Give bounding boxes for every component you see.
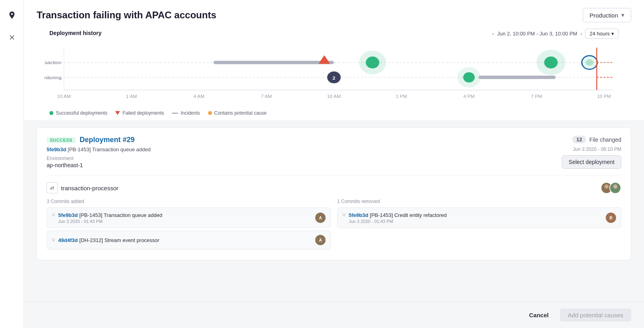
sidebar xyxy=(0,0,24,328)
svg-rect-16 xyxy=(214,61,334,64)
deployment-commit-message: [PB-1453] Transaction queue added xyxy=(68,146,151,152)
main-content: Transaction failing with APAC accounts P… xyxy=(24,0,644,328)
commit-item: ⑂ 5fe9b3d [PB-1453] Credit entity refact… xyxy=(337,207,621,228)
chart-legend: Successful deployments Failed deployment… xyxy=(37,107,631,121)
svg-rect-31 xyxy=(479,76,556,79)
svg-text:10 AM: 10 AM xyxy=(327,94,341,98)
svg-text:10 PM: 10 PM xyxy=(597,94,611,98)
service-name-row: ⇄ transaction-processor xyxy=(47,182,118,193)
commit-hash-link[interactable]: 49d4f3d xyxy=(58,237,78,243)
deployment-commit-hash[interactable]: 5fe9b3d xyxy=(47,146,66,152)
avatar-2 xyxy=(609,182,621,194)
legend-potential-cause: Contains potential cause xyxy=(208,110,267,116)
potential-cause-dot-icon xyxy=(208,111,212,115)
commit-branch-icon: ⑂ xyxy=(52,212,55,218)
commits-removed-col: 1 Commits removed ⑂ 5fe9b3d [PB-1453] Cr… xyxy=(337,199,621,252)
svg-text:10 AM: 10 AM xyxy=(57,94,71,98)
svg-text:1 PM: 1 PM xyxy=(396,94,407,98)
commits-added-col: 3 Commits added ⑂ 5fe9b3d [PB-1453] Tran… xyxy=(47,199,331,252)
commit-message: [DH-2312] Stream event processor xyxy=(79,237,159,243)
file-changed-label: File changed xyxy=(589,137,621,143)
incident-line-icon xyxy=(172,113,178,114)
duration-selector[interactable]: 24 hours ▾ xyxy=(585,29,618,39)
svg-point-30 xyxy=(463,72,475,83)
service-section: ⇄ transaction-processor xyxy=(47,175,621,252)
deployment-card-header: SUCCESS Deployment #29 5fe9b3d [PB-1453]… xyxy=(47,136,621,169)
commit-avatar: A xyxy=(315,213,326,223)
env-label: Environment xyxy=(47,156,151,161)
svg-point-32 xyxy=(605,184,609,188)
duration-label: 24 hours xyxy=(589,31,610,37)
svg-text:7 AM: 7 AM xyxy=(261,94,272,98)
svg-text:4 AM: 4 AM xyxy=(193,94,204,98)
legend-failed: Failed deployments xyxy=(115,110,164,116)
commit-avatar: A xyxy=(315,235,326,245)
file-count-badge: 12 xyxy=(572,136,586,143)
status-badge: SUCCESS xyxy=(47,137,76,143)
footer-actions: Cancel Add potential causes xyxy=(24,302,644,328)
svg-text:7 PM: 7 PM xyxy=(531,94,542,98)
commit-item: ⑂ 5fe9b3d [PB-1453] Transaction queue ad… xyxy=(47,207,331,228)
svg-text:2: 2 xyxy=(332,75,335,80)
deployment-commit: 5fe9b3d [PB-1453] Transaction queue adde… xyxy=(47,146,151,152)
svg-point-0 xyxy=(11,13,13,15)
commit-avatar: B xyxy=(606,213,616,223)
commit-left: ⑂ 5fe9b3d [PB-1453] Credit entity refact… xyxy=(342,212,447,224)
commit-branch-icon: ⑂ xyxy=(342,212,346,218)
location-pin-icon[interactable] xyxy=(5,8,19,22)
svg-point-23 xyxy=(586,59,593,66)
commit-branch-icon: ⑂ xyxy=(52,237,55,243)
service-name: transaction-processor xyxy=(61,185,118,191)
commits-section: 3 Commits added ⑂ 5fe9b3d [PB-1453] Tran… xyxy=(47,199,621,252)
commit-message: [PB-1453] Credit entity refactored xyxy=(370,212,447,218)
add-potential-causes-button[interactable]: Add potential causes xyxy=(560,308,631,322)
env-selector-label: Production xyxy=(589,12,618,19)
deployment-chart: banking-transaction ledger-monitoring 10… xyxy=(45,43,623,107)
svg-point-21 xyxy=(544,57,558,68)
deployment-card: SUCCESS Deployment #29 5fe9b3d [PB-1453]… xyxy=(37,127,631,260)
next-time-btn[interactable]: › xyxy=(580,31,582,37)
duration-chevron-icon: ▾ xyxy=(611,31,614,37)
commit-text: 5fe9b3d [PB-1453] Credit entity refactor… xyxy=(349,212,447,224)
commits-removed-title: 1 Commits removed xyxy=(337,199,621,204)
legend-incidents: Incidents xyxy=(172,110,200,116)
cancel-button[interactable]: Cancel xyxy=(523,308,555,322)
file-changed-row: 12 File changed xyxy=(572,136,621,143)
svg-point-35 xyxy=(611,189,619,194)
env-selector[interactable]: Production ▾ xyxy=(583,8,631,22)
prev-time-btn[interactable]: ‹ xyxy=(493,31,494,37)
select-deployment-button[interactable]: Select deployment xyxy=(562,155,621,169)
deployment-info-left: SUCCESS Deployment #29 5fe9b3d [PB-1453]… xyxy=(47,136,151,168)
time-range-label: Jun 2, 10:00 PM - Jun 3, 10:00 PM xyxy=(497,31,577,37)
failed-triangle-icon xyxy=(115,111,120,115)
chevron-down-icon: ▾ xyxy=(621,12,624,19)
svg-text:4 PM: 4 PM xyxy=(463,94,475,98)
page-title: Transaction failing with APAC accounts xyxy=(37,10,216,21)
deployment-history-title: Deployment history xyxy=(49,30,102,36)
commit-text: 5fe9b3d [PB-1453] Transaction queue adde… xyxy=(58,212,162,224)
svg-text:1 AM: 1 AM xyxy=(126,94,137,98)
commit-left: ⑂ 5fe9b3d [PB-1453] Transaction queue ad… xyxy=(52,212,162,224)
svg-point-19 xyxy=(366,57,379,68)
commits-added-title: 3 Commits added xyxy=(47,199,331,204)
env-value: ap-northeast-1 xyxy=(47,162,151,168)
deployment-name[interactable]: Deployment #29 xyxy=(80,136,135,144)
commit-item: ⑂ 49d4f3d [DH-2312] Stream event process… xyxy=(47,230,331,250)
service-code-icon: ⇄ xyxy=(47,182,58,193)
content-area: SUCCESS Deployment #29 5fe9b3d [PB-1453]… xyxy=(24,121,644,302)
svg-marker-17 xyxy=(318,55,330,64)
deployment-title-row: SUCCESS Deployment #29 xyxy=(47,136,151,144)
svg-text:banking-transaction: banking-transaction xyxy=(45,60,61,65)
svg-point-34 xyxy=(613,184,617,188)
service-header: ⇄ transaction-processor xyxy=(47,182,621,194)
commit-message: [PB-1453] Transaction queue added xyxy=(79,212,162,218)
commit-hash-link[interactable]: 5fe9b3d xyxy=(58,212,78,218)
commit-date: Jun 3 2020 - 01:43 PM xyxy=(58,219,162,224)
commit-hash-link[interactable]: 5fe9b3d xyxy=(349,212,368,218)
svg-point-33 xyxy=(603,189,610,194)
close-icon[interactable] xyxy=(5,30,19,45)
commit-text: 49d4f3d [DH-2312] Stream event processor xyxy=(58,237,159,243)
deployment-info-right: 12 File changed Jun 3 2020 - 08:10 PM Se… xyxy=(562,136,621,169)
commit-left: ⑂ 49d4f3d [DH-2312] Stream event process… xyxy=(52,237,159,243)
commit-date: Jun 3 2020 - 01:43 PM xyxy=(349,219,447,224)
